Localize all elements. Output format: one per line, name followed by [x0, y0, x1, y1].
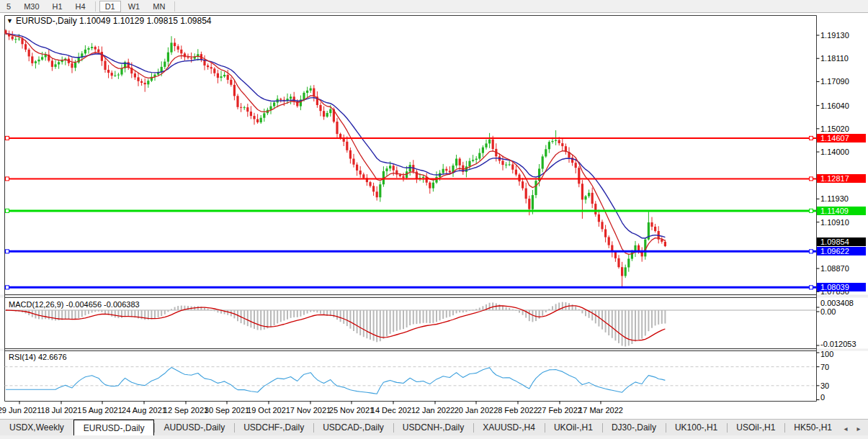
macd-histogram-bar	[353, 310, 354, 331]
candle-body	[472, 160, 474, 161]
timeframe-button-w1[interactable]: W1	[122, 1, 146, 12]
candle-body	[627, 259, 630, 268]
candle-body	[144, 83, 146, 84]
macd-histogram-bar	[542, 310, 543, 316]
macd-histogram-bar	[115, 310, 116, 317]
chart-tab-audusd-daily[interactable]: AUDUSD-,Daily	[154, 420, 234, 435]
timeframe-button-h4[interactable]: H4	[70, 1, 91, 12]
candle-body	[664, 242, 666, 246]
candle-body	[167, 53, 169, 62]
candle-body	[501, 160, 504, 165]
macd-histogram-bar	[287, 310, 288, 320]
chart-tab-usdx-weekly[interactable]: USDX,Weekly	[0, 420, 73, 435]
candle-body	[71, 63, 73, 68]
candle-body	[101, 52, 103, 61]
candle-body	[604, 230, 607, 237]
macd-histogram-bar	[174, 307, 176, 310]
candle-body	[522, 181, 524, 189]
candle-body	[545, 149, 547, 156]
timeframe-button-5[interactable]: 5	[1, 1, 17, 12]
timeframe-button-m30[interactable]: M30	[18, 1, 45, 12]
candle-body	[187, 57, 189, 58]
level-left-handle	[6, 286, 9, 289]
chart-tab-eurusd-daily[interactable]: EURUSD-,Daily	[73, 420, 155, 435]
macd-histogram-bar	[612, 310, 613, 338]
candle-body	[174, 42, 176, 46]
macd-histogram-bar	[210, 310, 212, 311]
tab-scroll-left-icon[interactable]: ◂	[841, 425, 850, 433]
macd-histogram-bar	[280, 310, 282, 322]
candle-body	[389, 166, 391, 168]
chart-tab-usdcnh-daily[interactable]: USDCNH-,Daily	[393, 420, 473, 435]
date-tick-label: 18 Jul 2021	[41, 406, 82, 415]
toolbar-separator	[95, 1, 96, 12]
candle-body	[58, 62, 60, 64]
candle-body	[346, 142, 348, 150]
macd-histogram-bar	[104, 310, 106, 314]
candle-body	[528, 199, 530, 209]
macd-histogram-bar	[98, 310, 99, 312]
macd-histogram-bar	[55, 310, 56, 320]
timeframe-button-h1[interactable]: H1	[47, 1, 68, 12]
current-price-badge: 1.09854	[817, 237, 866, 246]
macd-histogram-bar	[349, 310, 351, 329]
price-tick-label: 1.16040	[820, 101, 849, 110]
macd-histogram-bar	[548, 309, 550, 310]
candle-body	[190, 58, 192, 59]
candle-body	[210, 67, 212, 68]
candle-body	[468, 161, 470, 167]
date-tick-label: 19 Oct 2021	[247, 406, 290, 415]
candle-body	[290, 96, 292, 99]
chart-tab-uk100-h1[interactable]: UK100-,H1	[666, 420, 727, 435]
macd-histogram-bar	[416, 310, 417, 324]
macd-histogram-bar	[575, 306, 576, 310]
panel-splitter	[0, 295, 868, 298]
chart-tab-xauusd-h4[interactable]: XAUUSD-,H4	[473, 420, 545, 435]
rsi-axis-0: 0	[820, 393, 825, 402]
macd-histogram-bar	[532, 310, 533, 322]
candle-body	[336, 122, 338, 134]
candle-body	[107, 70, 109, 73]
tab-scroll-right-icon[interactable]: ▸	[854, 425, 863, 433]
macd-histogram-bar	[386, 310, 388, 336]
candle-body	[51, 60, 53, 67]
macd-histogram-bar	[65, 310, 66, 320]
macd-histogram-bar	[303, 310, 305, 315]
candle-body	[581, 184, 583, 199]
level-right-handle	[810, 177, 813, 181]
macd-histogram-bar	[117, 310, 119, 318]
macd-histogram-bar	[449, 310, 450, 317]
macd-histogram-bar	[313, 310, 315, 312]
candle-body	[385, 168, 388, 171]
chart-tab-ukoil-h1[interactable]: UKOil-,H1	[545, 420, 602, 435]
macd-histogram-bar	[509, 308, 510, 310]
candle-body	[432, 183, 434, 189]
macd-axis-zero: 0.00	[820, 307, 836, 316]
timeframe-button-mn[interactable]: MN	[147, 1, 171, 12]
macd-histogram-bar	[84, 310, 86, 315]
chart-tab-usdchf-daily[interactable]: USDCHF-,Daily	[234, 420, 313, 435]
chart-canvas[interactable]	[0, 0, 868, 419]
macd-histogram-bar	[254, 310, 255, 329]
macd-histogram-bar	[290, 310, 292, 318]
candle-body	[111, 73, 113, 76]
macd-histogram-bar	[247, 310, 249, 326]
chart-tab-dj30-daily[interactable]: DJ30-,Daily	[602, 420, 666, 435]
macd-histogram-bar	[243, 310, 245, 325]
rsi-axis-70: 70	[820, 363, 829, 371]
chart-tab-usoil-h1[interactable]: USOil-,H1	[727, 420, 784, 435]
chart-tab-usdcad-daily[interactable]: USDCAD-,Daily	[313, 420, 393, 435]
candle-body	[91, 47, 93, 48]
date-tick-label: 27 Feb 2022	[537, 406, 582, 415]
candle-body	[217, 73, 219, 78]
macd-histogram-bar	[307, 310, 308, 314]
trading-platform-window: 5M30H1H4D1W1MN ▼ EURUSD-,Daily 1.10049 1…	[0, 0, 868, 439]
macd-histogram-bar	[214, 310, 215, 311]
chart-tab-hk50-h1[interactable]: HK50-,H1	[784, 420, 841, 435]
candle-body	[147, 81, 149, 84]
chart-background	[0, 13, 868, 419]
macd-histogram-bar	[625, 310, 626, 347]
timeframe-button-d1[interactable]: D1	[99, 1, 121, 12]
chart-menu-dropdown-icon[interactable]: ▼	[6, 17, 13, 24]
candle-body	[137, 77, 139, 81]
